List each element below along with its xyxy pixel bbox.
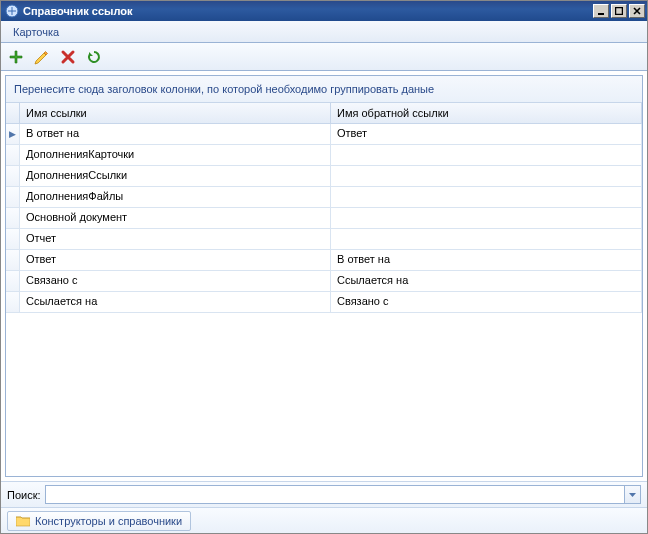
search-bar: Поиск: — [1, 481, 647, 507]
row-indicator — [6, 187, 20, 207]
row-indicator: ▶ — [6, 124, 20, 144]
toolbar — [1, 43, 647, 71]
content-area: Перенесите сюда заголовок колонки, по ко… — [1, 71, 647, 481]
cell-link-name[interactable]: В ответ на — [20, 124, 331, 144]
cell-reverse-link-name[interactable]: В ответ на — [331, 250, 642, 270]
table-row[interactable]: ОтветВ ответ на — [6, 250, 642, 271]
cell-reverse-link-name[interactable]: Ответ — [331, 124, 642, 144]
folder-icon — [16, 515, 30, 527]
constructors-and-directories-button[interactable]: Конструкторы и справочники — [7, 511, 191, 531]
row-indicator — [6, 145, 20, 165]
refresh-button[interactable] — [85, 48, 103, 66]
row-indicator — [6, 250, 20, 270]
search-box — [45, 485, 641, 504]
search-input[interactable] — [46, 486, 624, 503]
grid-header: Имя ссылки Имя обратной ссылки — [6, 103, 642, 124]
row-indicator — [6, 271, 20, 291]
column-header-link-name[interactable]: Имя ссылки — [20, 103, 331, 123]
table-row[interactable]: ДополненияКарточки — [6, 145, 642, 166]
menubar: Карточка — [1, 21, 647, 43]
add-button[interactable] — [7, 48, 25, 66]
table-row[interactable]: Ссылается наСвязано с — [6, 292, 642, 313]
table-row[interactable]: ДополненияСсылки — [6, 166, 642, 187]
column-header-reverse-link-name[interactable]: Имя обратной ссылки — [331, 103, 642, 123]
titlebar: Справочник ссылок — [1, 1, 647, 21]
data-grid[interactable]: Перенесите сюда заголовок колонки, по ко… — [5, 75, 643, 477]
cell-link-name[interactable]: Отчет — [20, 229, 331, 249]
cell-link-name[interactable]: ДополненияКарточки — [20, 145, 331, 165]
cell-link-name[interactable]: Основной документ — [20, 208, 331, 228]
edit-button[interactable] — [33, 48, 51, 66]
cell-reverse-link-name[interactable] — [331, 187, 642, 207]
search-label: Поиск: — [7, 489, 41, 501]
table-row[interactable]: ▶В ответ наОтвет — [6, 124, 642, 145]
grid-body[interactable]: ▶В ответ наОтветДополненияКарточкиДополн… — [6, 124, 642, 476]
svg-rect-2 — [616, 8, 623, 15]
app-icon — [5, 4, 19, 18]
cell-reverse-link-name[interactable] — [331, 145, 642, 165]
window-buttons — [593, 4, 645, 18]
svg-rect-1 — [598, 13, 604, 15]
cell-link-name[interactable]: Связано с — [20, 271, 331, 291]
row-indicator — [6, 208, 20, 228]
table-row[interactable]: Отчет — [6, 229, 642, 250]
cell-link-name[interactable]: Ссылается на — [20, 292, 331, 312]
table-row[interactable]: ДополненияФайлы — [6, 187, 642, 208]
footer: Конструкторы и справочники — [1, 507, 647, 533]
cell-link-name[interactable]: ДополненияСсылки — [20, 166, 331, 186]
row-indicator — [6, 292, 20, 312]
search-dropdown-button[interactable] — [624, 486, 640, 503]
delete-button[interactable] — [59, 48, 77, 66]
minimize-button[interactable] — [593, 4, 609, 18]
cell-reverse-link-name[interactable]: Связано с — [331, 292, 642, 312]
footer-button-label: Конструкторы и справочники — [35, 515, 182, 527]
cell-reverse-link-name[interactable] — [331, 166, 642, 186]
group-drop-zone[interactable]: Перенесите сюда заголовок колонки, по ко… — [6, 76, 642, 103]
menu-item-card[interactable]: Карточка — [7, 23, 65, 41]
row-indicator — [6, 229, 20, 249]
row-indicator-header — [6, 103, 20, 123]
cell-reverse-link-name[interactable] — [331, 229, 642, 249]
cell-link-name[interactable]: ДополненияФайлы — [20, 187, 331, 207]
maximize-button[interactable] — [611, 4, 627, 18]
cell-reverse-link-name[interactable] — [331, 208, 642, 228]
close-button[interactable] — [629, 4, 645, 18]
window-title: Справочник ссылок — [23, 5, 593, 17]
table-row[interactable]: Связано сСсылается на — [6, 271, 642, 292]
table-row[interactable]: Основной документ — [6, 208, 642, 229]
row-indicator — [6, 166, 20, 186]
cell-reverse-link-name[interactable]: Ссылается на — [331, 271, 642, 291]
cell-link-name[interactable]: Ответ — [20, 250, 331, 270]
